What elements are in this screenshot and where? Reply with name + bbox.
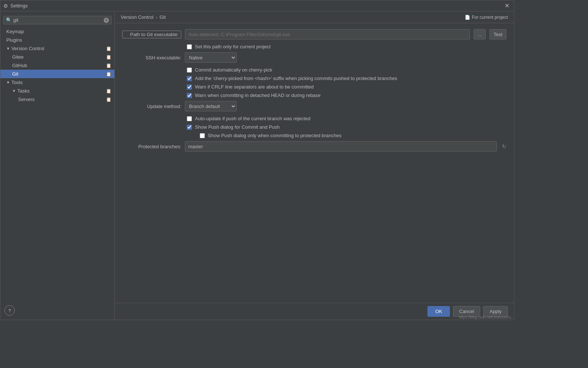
sidebar-item-github[interactable]: GitHub 📋	[0, 61, 114, 70]
commit-cherry-pick-row: Commit automatically on cherry-pick	[122, 67, 506, 73]
warn-crlf-label: Warn if CRLF line separators are about t…	[195, 84, 314, 90]
content-area: 🔍 ✕ Keymap Plugins ▼ Version Control 📋 G…	[0, 11, 514, 320]
update-method-dropdown[interactable]: Branch default Merge Rebase	[185, 101, 237, 111]
ssh-dropdown[interactable]: Native Built-in	[185, 52, 237, 63]
path-label: Path to Git executable:	[122, 31, 181, 38]
search-box[interactable]: 🔍 ✕	[3, 16, 111, 24]
breadcrumb-bar: Version Control › Git 📄 For current proj…	[115, 11, 514, 23]
test-button[interactable]: Test	[489, 29, 506, 39]
add-cherry-picked-row: Add the 'cherry-picked from <hash>' suff…	[122, 76, 506, 81]
watermark: https://blog.csdn.net/JoshsonXu	[459, 315, 511, 319]
tasks-arrow: ▼	[12, 89, 16, 93]
git-label: Git	[12, 71, 18, 77]
protected-branches-label: Protected branches:	[122, 144, 181, 149]
help-button[interactable]: ?	[4, 305, 15, 316]
breadcrumb-parent: Version Control	[121, 14, 154, 20]
show-push-protected-label: Show Push dialog only when committing to…	[208, 133, 341, 138]
tasks-label: Tasks	[17, 88, 30, 94]
gitee-icon: 📋	[106, 55, 111, 60]
breadcrumb-separator: ›	[156, 14, 157, 20]
commit-cherry-pick-checkbox[interactable]	[187, 67, 192, 73]
warn-crlf-checkbox[interactable]	[187, 84, 192, 90]
servers-label: Servers	[18, 97, 35, 102]
update-method-row: Update method: Branch default Merge Reba…	[122, 101, 506, 111]
footer: OK Cancel Apply	[115, 303, 514, 320]
show-push-protected-checkbox[interactable]	[200, 133, 205, 138]
show-push-label: Show Push dialog for Commit and Push	[195, 124, 280, 130]
settings-window: ⚙ Settings ✕ 🔍 ✕ Keymap Plugins ▼ Versio…	[0, 0, 514, 320]
auto-update-row: Auto-update if push of the current branc…	[122, 116, 506, 121]
ssh-row: SSH executable: Native Built-in	[122, 52, 506, 63]
project-file-icon: 📄	[465, 15, 470, 20]
version-control-arrow: ▼	[6, 46, 10, 51]
ssh-label: SSH executable:	[122, 55, 181, 60]
plugins-label: Plugins	[6, 37, 22, 43]
ok-button[interactable]: OK	[427, 306, 450, 317]
auto-update-checkbox[interactable]	[187, 116, 192, 121]
path-current-project-row: Set this path only for current project	[122, 44, 506, 49]
path-current-project-checkbox[interactable]	[187, 44, 192, 49]
show-push-checkbox[interactable]	[187, 125, 192, 130]
settings-icon: ⚙	[3, 3, 8, 9]
warn-detached-checkbox[interactable]	[187, 93, 192, 98]
commit-cherry-pick-label: Commit automatically on cherry-pick	[195, 67, 272, 73]
add-cherry-picked-checkbox[interactable]	[187, 76, 192, 81]
tasks-icon: 📋	[106, 88, 111, 94]
settings-body: Path to Git executable: ... Test Set thi…	[115, 23, 514, 303]
update-method-label: Update method:	[122, 104, 181, 109]
title-bar-left: ⚙ Settings	[3, 3, 28, 9]
main-panel: Version Control › Git 📄 For current proj…	[115, 11, 514, 320]
warn-crlf-row: Warn if CRLF line separators are about t…	[122, 84, 506, 90]
keymap-label: Keymap	[6, 29, 24, 34]
sidebar-item-tasks[interactable]: ▼ Tasks 📋	[0, 87, 114, 95]
sidebar-item-keymap[interactable]: Keymap	[0, 27, 114, 36]
sidebar-item-version-control[interactable]: ▼ Version Control 📋	[0, 44, 114, 53]
breadcrumb-current: Git	[159, 14, 166, 20]
path-row: Path to Git executable: ... Test	[122, 29, 506, 39]
title-bar-title: Settings	[10, 3, 28, 8]
path-current-project-label: Set this path only for current project	[195, 44, 271, 49]
sidebar-item-git[interactable]: Git 📋	[0, 70, 114, 78]
auto-update-label: Auto-update if push of the current branc…	[195, 116, 310, 121]
add-cherry-picked-label: Add the 'cherry-picked from <hash>' suff…	[195, 76, 397, 81]
tools-arrow: ▼	[6, 80, 10, 84]
github-label: GitHub	[12, 63, 27, 68]
show-push-row: Show Push dialog for Commit and Push	[122, 124, 506, 130]
tools-label: Tools	[11, 80, 23, 85]
close-button[interactable]: ✕	[503, 2, 511, 9]
sidebar-item-servers[interactable]: Servers 📋	[0, 95, 114, 104]
browse-button[interactable]: ...	[474, 29, 486, 39]
warn-detached-row: Warn when committing in detached HEAD or…	[122, 93, 506, 98]
protected-branches-input[interactable]	[185, 141, 497, 152]
show-push-protected-row: Show Push dialog only when committing to…	[122, 133, 506, 138]
search-input[interactable]	[13, 17, 102, 23]
sidebar: 🔍 ✕ Keymap Plugins ▼ Version Control 📋 G…	[0, 11, 115, 320]
github-icon: 📋	[106, 63, 111, 68]
servers-icon: 📋	[106, 97, 111, 102]
sidebar-item-tools[interactable]: ▼ Tools	[0, 78, 114, 87]
path-input[interactable]	[185, 29, 470, 39]
git-icon: 📋	[106, 72, 111, 77]
search-clear-button[interactable]: ✕	[104, 18, 109, 23]
sidebar-item-gitee[interactable]: Gitee 📋	[0, 53, 114, 61]
refresh-icon[interactable]: ↻	[502, 143, 506, 149]
gitee-label: Gitee	[12, 54, 24, 60]
for-current-project-link[interactable]: 📄 For current project	[465, 15, 508, 20]
warn-detached-label: Warn when committing in detached HEAD or…	[195, 93, 321, 98]
version-control-icon: 📋	[106, 46, 111, 51]
title-bar: ⚙ Settings ✕	[0, 0, 514, 11]
sidebar-item-plugins[interactable]: Plugins	[0, 36, 114, 44]
protected-branches-row: Protected branches: ↻	[122, 141, 506, 152]
for-current-project-label: For current project	[472, 15, 508, 20]
search-icon: 🔍	[6, 17, 12, 23]
version-control-label: Version Control	[11, 46, 44, 51]
